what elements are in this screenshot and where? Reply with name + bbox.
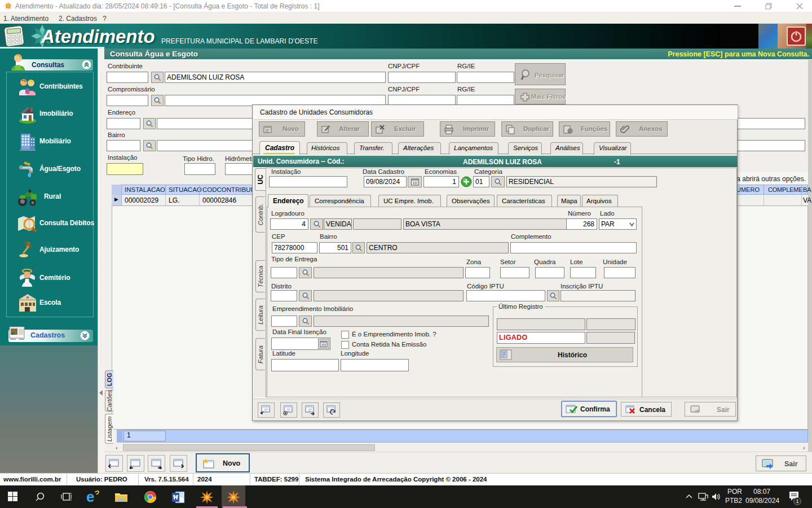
svg-text:e: e bbox=[86, 489, 94, 504]
